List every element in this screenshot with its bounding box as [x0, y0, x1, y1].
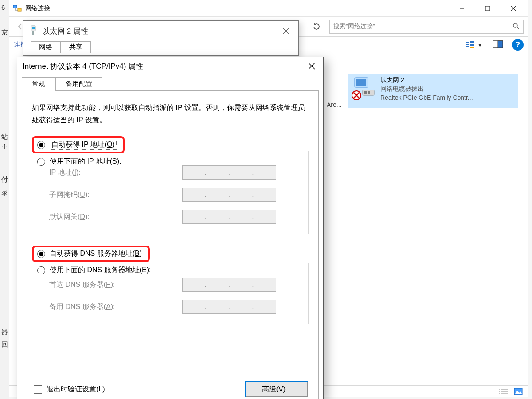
svg-rect-33 [32, 27, 35, 29]
field-default-gateway: 默认网关(D): ... [49, 210, 300, 224]
field-alternate-dns: 备用 DNS 服务器(A): ... [49, 300, 300, 314]
maximize-button[interactable] [475, 0, 501, 16]
tab-alt-config[interactable]: 备用配置 [55, 77, 102, 91]
radio-manual-dns[interactable]: 使用下面的 DNS 服务器地址(E): [37, 266, 309, 275]
svg-point-6 [513, 23, 517, 27]
bg-glyph: 站 [1, 133, 8, 141]
checkbox-validate-on-exit[interactable]: 退出时验证设置(L) [34, 385, 105, 394]
advanced-button[interactable]: 高级(V)... [246, 382, 308, 397]
ethernet-properties-dialog: 以太网 2 属性 网络 共享 [23, 20, 299, 56]
label-default-gateway: 默认网关(D): [49, 212, 182, 222]
radio-auto-dns[interactable]: 自动获得 DNS 服务器地址(B) [37, 249, 142, 258]
radio-auto-ip[interactable]: 自动获得 IP 地址(O) [37, 140, 117, 150]
svg-rect-3 [485, 6, 490, 11]
input-ip-address: ... [182, 165, 276, 180]
dns-group: 自动获得 DNS 服务器地址(B) 使用下面的 DNS 服务器地址(E): 首选… [32, 263, 309, 324]
adapter-item-ethernet2[interactable]: 以太网 2 网络电缆被拔出 Realtek PCIe GbE Family Co… [348, 74, 518, 108]
svg-rect-19 [364, 91, 367, 94]
checkbox-validate-label: 退出时验证设置(L) [47, 385, 105, 394]
radio-dot-icon [37, 158, 45, 166]
chevron-down-icon: ▾ [478, 41, 484, 48]
highlight-auto-ip: 自动获得 IP 地址(O) [32, 136, 125, 153]
label-alternate-dns: 备用 DNS 服务器(A): [49, 302, 182, 312]
close-button[interactable] [303, 57, 321, 75]
details-view-icon[interactable] [498, 387, 509, 395]
description-text: 如果网络支持此功能，则可以获取自动指派的 IP 设置。否则，你需要从网络系统管理… [32, 102, 307, 126]
radio-dot-icon [37, 266, 45, 274]
help-button[interactable]: ? [512, 39, 524, 51]
bg-glyph: 回 [1, 340, 8, 349]
background-app-sliver: 6 京 站 主 付 录 器 回 [0, 0, 9, 399]
radio-manual-ip-label: 使用下面的 IP 地址(S): [50, 157, 121, 166]
svg-rect-15 [498, 41, 503, 48]
minimize-button[interactable] [449, 0, 475, 16]
general-tab-page: 如果网络支持此功能，则可以获取自动指派的 IP 设置。否则，你需要从网络系统管理… [22, 90, 319, 399]
titlebar[interactable]: 以太网 2 属性 [23, 21, 298, 41]
input-subnet-mask: ... [182, 188, 276, 202]
svg-line-7 [517, 27, 519, 29]
bg-glyph: 录 [1, 189, 8, 197]
ip-address-group: 自动获得 IP 地址(O) 使用下面的 IP 地址(S): IP 地址(I): … [32, 151, 309, 234]
ipv4-properties-dialog: Internet 协议版本 4 (TCP/IPv4) 属性 常规 备用配置 如果… [17, 57, 324, 399]
search-box[interactable]: 搜索"网络连接" [329, 20, 524, 34]
dialog-title: Internet 协议版本 4 (TCP/IPv4) 属性 [23, 61, 303, 71]
titlebar[interactable]: Internet 协议版本 4 (TCP/IPv4) 属性 [17, 57, 323, 75]
bg-glyph: 器 [1, 328, 8, 336]
highlight-auto-dns: 自动获得 DNS 服务器地址(B) [32, 246, 150, 262]
field-ip-address: IP 地址(I): ... [49, 165, 300, 180]
refresh-button[interactable] [309, 20, 324, 33]
bg-glyph: 京 [1, 28, 8, 37]
radio-dot-icon [37, 141, 45, 149]
radio-dot-icon [37, 250, 45, 258]
radio-manual-ip[interactable]: 使用下面的 IP 地址(S): [37, 157, 309, 166]
svg-rect-1 [18, 8, 21, 11]
label-subnet-mask: 子网掩码(U): [49, 190, 182, 200]
tab-network[interactable]: 网络 [31, 41, 61, 53]
close-button[interactable] [501, 0, 526, 16]
bg-glyph: 6 [1, 4, 5, 11]
radio-auto-dns-label: 自动获得 DNS 服务器地址(B) [50, 249, 142, 258]
adapter-device: Realtek PCIe GbE Family Contr... [380, 94, 473, 102]
label-ip-address: IP 地址(I): [49, 168, 182, 177]
close-button[interactable] [277, 22, 295, 40]
layout-icon [465, 40, 476, 50]
search-icon [512, 23, 520, 31]
svg-rect-13 [470, 47, 474, 48]
tab-general[interactable]: 常规 [22, 77, 55, 91]
tab-sharing[interactable]: 共享 [61, 41, 91, 53]
radio-auto-ip-label: 自动获得 IP 地址(O) [50, 140, 117, 150]
bg-glyph: 付 [1, 176, 8, 184]
svg-rect-34 [32, 31, 34, 35]
adapter-name: 以太网 2 [380, 76, 473, 84]
input-preferred-dns: ... [182, 278, 276, 292]
large-icons-view-icon[interactable] [513, 387, 524, 395]
adapter-icon [351, 76, 376, 101]
radio-manual-dns-label: 使用下面的 DNS 服务器地址(E): [50, 266, 151, 275]
network-connections-icon [13, 4, 22, 13]
svg-rect-0 [13, 5, 17, 8]
view-options[interactable]: ▾ [465, 40, 484, 50]
label-preferred-dns: 首选 DNS 服务器(P): [49, 280, 182, 289]
input-default-gateway: ... [182, 210, 276, 224]
ethernet-plug-icon [29, 25, 38, 38]
input-alternate-dns: ... [182, 300, 276, 314]
dialog-title: 以太网 2 属性 [42, 26, 277, 36]
svg-rect-20 [368, 91, 370, 94]
window-title: 网络连接 [25, 4, 449, 12]
titlebar[interactable]: 网络连接 [9, 0, 528, 16]
adapter-status: 网络电缆被拔出 [380, 85, 473, 93]
svg-rect-11 [470, 41, 474, 43]
bg-glyph: 主 [1, 143, 8, 151]
field-subnet-mask: 子网掩码(U): ... [49, 188, 300, 202]
field-preferred-dns: 首选 DNS 服务器(P): ... [49, 278, 300, 292]
search-placeholder: 搜索"网络连接" [333, 23, 375, 31]
preview-pane-button[interactable] [493, 40, 503, 50]
svg-rect-17 [356, 79, 366, 86]
checkbox-icon [34, 385, 42, 394]
svg-rect-12 [470, 44, 474, 46]
truncated-text: Are... [327, 101, 341, 108]
